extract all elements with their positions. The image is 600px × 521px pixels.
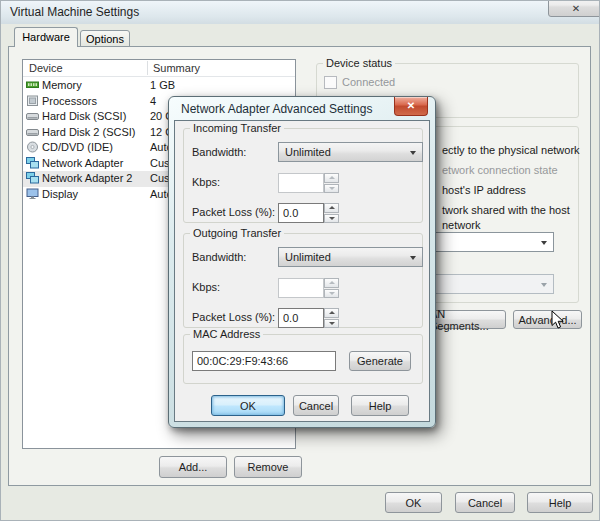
- hard-disk-icon: [26, 110, 39, 122]
- device-status-title: Device status: [323, 57, 395, 69]
- network-adapter-advanced-settings-dialog: Network Adapter Advanced Settings ✕ Inco…: [168, 96, 436, 428]
- window-titlebar: Virtual Machine Settings: [0, 0, 600, 24]
- ok-button[interactable]: OK: [385, 492, 442, 513]
- kbps-label: Kbps:: [192, 176, 220, 188]
- memory-icon: [26, 79, 39, 91]
- dialog-client-area: Incoming Transfer Bandwidth: Unlimited K…: [174, 120, 430, 422]
- column-header-summary[interactable]: Summary: [153, 62, 200, 74]
- cd-dvd-icon: [26, 141, 39, 153]
- help-button[interactable]: Help: [527, 492, 593, 513]
- outgoing-transfer-group: Outgoing Transfer Bandwidth: Unlimited K…: [183, 233, 423, 328]
- dialog-close-button[interactable]: ✕: [394, 97, 428, 116]
- window-close-button[interactable]: ✕: [548, 0, 600, 17]
- bandwidth-label: Bandwidth:: [192, 251, 246, 263]
- dialog-title: Network Adapter Advanced Settings: [181, 102, 372, 116]
- spin-down-icon[interactable]: [324, 289, 339, 299]
- connected-checkbox[interactable]: [324, 76, 337, 89]
- spin-up-icon[interactable]: [324, 173, 339, 183]
- outgoing-kbps-input[interactable]: [278, 278, 324, 298]
- device-list-header: Device Summary: [23, 60, 295, 77]
- incoming-kbps-input[interactable]: [278, 173, 324, 193]
- window-title: Virtual Machine Settings: [10, 5, 139, 19]
- outgoing-packet-loss-input[interactable]: [278, 308, 324, 328]
- dialog-ok-button[interactable]: OK: [211, 395, 285, 416]
- network-adapter-icon: [26, 157, 39, 169]
- remove-button[interactable]: Remove: [234, 456, 302, 478]
- mac-address-group: MAC Address Generate: [183, 334, 423, 384]
- column-header-device[interactable]: Device: [29, 62, 63, 74]
- lan-segments-button[interactable]: AN Segments...: [429, 310, 506, 329]
- spin-up-icon[interactable]: [324, 203, 339, 213]
- spin-down-icon[interactable]: [324, 319, 339, 329]
- cancel-button[interactable]: Cancel: [455, 492, 515, 513]
- spin-down-icon[interactable]: [324, 214, 339, 224]
- add-button[interactable]: Add...: [159, 456, 227, 478]
- outgoing-packet-loss-stepper[interactable]: [324, 308, 339, 328]
- nat-label-fragment: host's IP address: [442, 184, 526, 196]
- mac-address-title: MAC Address: [190, 328, 263, 340]
- outgoing-kbps-stepper[interactable]: [324, 278, 339, 298]
- chevron-down-icon: [541, 283, 547, 287]
- column-divider: [147, 61, 148, 75]
- mac-address-input[interactable]: [192, 351, 336, 371]
- bandwidth-label: Bandwidth:: [192, 146, 246, 158]
- kbps-label: Kbps:: [192, 281, 220, 293]
- generate-button[interactable]: Generate: [349, 351, 411, 371]
- advanced-button[interactable]: Advanced...: [513, 310, 582, 329]
- connected-label: Connected: [342, 76, 395, 88]
- close-icon: ✕: [572, 3, 580, 14]
- tab-hardware[interactable]: Hardware: [14, 27, 78, 47]
- packet-loss-label: Packet Loss (%):: [192, 206, 275, 218]
- spin-up-icon[interactable]: [324, 278, 339, 288]
- incoming-packet-loss-stepper[interactable]: [324, 203, 339, 223]
- spin-up-icon[interactable]: [324, 308, 339, 318]
- device-row-memory[interactable]: Memory 1 GB: [23, 78, 295, 94]
- hard-disk-icon: [26, 126, 39, 138]
- incoming-kbps-stepper[interactable]: [324, 173, 339, 193]
- outgoing-bandwidth-dropdown[interactable]: Unlimited: [278, 247, 423, 267]
- custom-label-fragment: network: [442, 219, 481, 231]
- dialog-cancel-button[interactable]: Cancel: [293, 395, 339, 416]
- host-only-label-fragment: twork shared with the host: [442, 204, 570, 216]
- processor-icon: [26, 95, 39, 107]
- mouse-cursor: [550, 310, 568, 333]
- incoming-transfer-group: Incoming Transfer Bandwidth: Unlimited K…: [183, 128, 423, 223]
- outgoing-transfer-title: Outgoing Transfer: [190, 227, 284, 239]
- incoming-packet-loss-input[interactable]: [278, 203, 324, 223]
- incoming-bandwidth-dropdown[interactable]: Unlimited: [278, 142, 423, 162]
- chevron-down-icon: [541, 241, 547, 245]
- chevron-down-icon: [410, 256, 416, 260]
- close-icon: ✕: [407, 100, 415, 111]
- network-adapter-icon: [26, 172, 39, 184]
- packet-loss-label: Packet Loss (%):: [192, 311, 275, 323]
- incoming-transfer-title: Incoming Transfer: [190, 122, 284, 134]
- display-icon: [26, 188, 39, 200]
- replicate-label-fragment: etwork connection state: [442, 164, 558, 176]
- bridged-label-fragment: ectly to the physical network: [442, 144, 580, 156]
- dialog-help-button[interactable]: Help: [351, 395, 409, 416]
- spin-down-icon[interactable]: [324, 184, 339, 194]
- chevron-down-icon: [410, 151, 416, 155]
